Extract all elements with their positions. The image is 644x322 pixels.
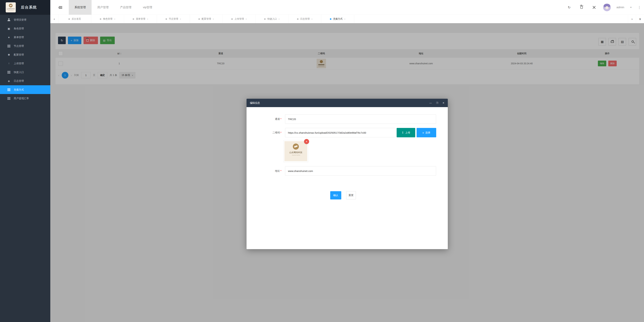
required-asterisk: * — [280, 118, 282, 120]
tab-close-icon[interactable]: × — [278, 18, 280, 20]
tab-close-icon[interactable]: × — [311, 18, 312, 20]
upload-button-label: 上传 — [405, 131, 410, 134]
sidebar-item-menu-mgmt[interactable]: ♠ 菜单管理 — [0, 33, 50, 42]
dialog-header[interactable]: 编辑信息 — ❐ ✕ — [246, 99, 448, 107]
more-menu-icon[interactable]: ⋮ — [638, 5, 641, 10]
sidebar-item-config-mgmt[interactable]: ✱ 配置管理 — [0, 50, 50, 59]
list-icon — [7, 45, 11, 48]
tab-dot-icon — [231, 18, 233, 20]
sidebar-item-log-mgmt[interactable]: ◈ 日志管理 — [0, 77, 50, 85]
tree-icon: ♠ — [7, 36, 11, 39]
sidebar-item-upload-mgmt[interactable]: ↑ 上传管理 — [0, 59, 50, 68]
tab-label: 菜单管理 — [136, 18, 145, 21]
tab-close-icon[interactable]: × — [246, 18, 247, 20]
topnav-vip-mgmt[interactable]: vip管理 — [137, 0, 158, 15]
tab-close-icon[interactable]: × — [180, 18, 181, 20]
remove-image-button[interactable]: ✕ — [304, 139, 309, 144]
tab-label: 充值方式 — [333, 18, 342, 21]
logo-en-text: · Shanshui NetTech — [6, 10, 16, 11]
tab-close-icon[interactable]: × — [344, 18, 346, 20]
tab-label: 配置管理 — [202, 18, 211, 21]
tab-dot-icon — [264, 18, 266, 20]
sidebar-item-label: 快捷入口 — [14, 71, 24, 74]
upload-button[interactable]: ↥上传 — [397, 128, 415, 137]
address-input[interactable] — [285, 166, 436, 176]
tab-label: 角色管理 — [103, 18, 112, 21]
thumb-en-text: · Shanshui NetTech — [284, 155, 307, 156]
username[interactable]: admin — [616, 6, 624, 9]
refresh-button[interactable]: ↻ — [566, 4, 572, 11]
sidebar-item-label: 管理员管理 — [14, 18, 26, 22]
topnav-system-mgmt[interactable]: 系统管理 — [69, 0, 92, 15]
tabbar-right-controls: › ∨ — [628, 15, 644, 23]
channel-input[interactable] — [285, 114, 436, 124]
tab-dot-icon — [133, 18, 134, 20]
sidebar-item-node-mgmt[interactable]: 节点管理 — [0, 42, 50, 50]
address-field-label: 地址* — [248, 169, 282, 173]
tabs-dropdown-button[interactable]: ∨ — [636, 15, 644, 23]
tabs-scroll-right-button[interactable]: › — [628, 15, 636, 23]
tab-label: 上传管理 — [234, 18, 244, 21]
app-logo: 山水网络科技 · Shanshui NetTech — [6, 2, 16, 13]
chevron-down-icon[interactable]: ▼ — [630, 6, 632, 9]
sidebar-item-role-mgmt[interactable]: ▣ 角色管理 — [0, 24, 50, 33]
thumb-cn-text: 山水网络科技 — [284, 151, 307, 154]
tabs-scroll-left-button[interactable]: ‹ — [50, 15, 58, 23]
user-icon — [7, 18, 11, 21]
tab-menu-mgmt[interactable]: 菜单管理 × — [124, 15, 157, 23]
sidebar-item-withdraw-rate[interactable]: 用户提现汇率 — [0, 94, 50, 103]
menu-fold-button[interactable] — [57, 0, 64, 15]
sidebar-item-label: 角色管理 — [14, 27, 24, 30]
sidebar-item-label: 上传管理 — [14, 62, 24, 65]
refresh-icon: ↻ — [568, 5, 570, 10]
tab-close-icon[interactable]: × — [114, 18, 116, 20]
list-icon: ≡ — [422, 131, 424, 134]
tab-recharge-method[interactable]: 充值方式 × — [321, 15, 354, 23]
app-title: 后台系统 — [21, 5, 37, 10]
tab-log-mgmt[interactable]: 日志管理 × — [288, 15, 321, 23]
user-avatar[interactable] — [603, 4, 611, 11]
tab-dot-icon — [198, 18, 200, 20]
confirm-button[interactable]: 确认 — [330, 191, 341, 199]
clear-cache-button[interactable] — [578, 4, 585, 11]
logo-cn-text: 山水网络科技 — [6, 8, 16, 10]
topnav-user-mgmt[interactable]: 用户管理 — [92, 0, 114, 15]
sidebar-item-admin-mgmt[interactable]: 管理员管理 — [0, 16, 50, 24]
logo-seal-icon — [9, 4, 12, 8]
qrcode-preview-image[interactable]: 山水网络科技 · Shanshui NetTech — [284, 141, 307, 161]
tab-dot-icon — [100, 18, 101, 20]
header-right: ↻ admin ▼ ⋮ — [566, 0, 641, 15]
tab-close-icon[interactable]: × — [147, 18, 148, 20]
topnav-product-mgmt[interactable]: 产品管理 — [114, 0, 137, 15]
close-icon[interactable]: ✕ — [442, 102, 444, 104]
tab-quick-entry[interactable]: 快捷入口 × — [256, 15, 288, 23]
qrcode-field-label: 二维码* — [248, 131, 282, 134]
maximize-icon[interactable]: ❐ — [436, 102, 438, 104]
tab-config-mgmt[interactable]: 配置管理 × — [190, 15, 223, 23]
page-tabbar: ‹ 后台首页 角色管理 × 菜单管理 × 节点管理 × 配置管理 × 上传管理 … — [50, 15, 644, 23]
tab-upload-mgmt[interactable]: 上传管理 × — [223, 15, 256, 23]
minimize-icon[interactable]: — — [430, 102, 432, 104]
sidebar-item-label: 日志管理 — [14, 79, 24, 83]
sidebar-item-quick-entry[interactable]: 快捷入口 — [0, 68, 50, 77]
arrow-up-icon: ↑ — [7, 62, 11, 65]
top-header: 系统管理 用户管理 产品管理 vip管理 ↻ admin ▼ ⋮ — [50, 0, 644, 15]
sidebar-item-label: 菜单管理 — [14, 36, 24, 39]
tab-dot-icon — [166, 18, 167, 20]
tab-role-mgmt[interactable]: 角色管理 × — [91, 15, 124, 23]
id-card-icon: ▣ — [7, 27, 11, 30]
fullscreen-button[interactable] — [591, 4, 598, 11]
required-asterisk: * — [280, 131, 282, 134]
tab-node-mgmt[interactable]: 节点管理 × — [157, 15, 190, 23]
tab-label: 快捷入口 — [267, 18, 277, 21]
sidebar-item-recharge-method[interactable]: 充值方式 — [0, 85, 50, 94]
tab-label: 日志管理 — [300, 18, 310, 21]
tab-home[interactable]: 后台首页 — [58, 15, 91, 23]
tab-close-icon[interactable]: × — [213, 18, 214, 20]
choose-button[interactable]: ≡选择 — [416, 128, 436, 137]
qrcode-url-input[interactable] — [285, 128, 396, 137]
list-icon — [7, 97, 11, 100]
choose-button-label: 选择 — [425, 131, 430, 134]
gem-icon: ◈ — [7, 79, 11, 82]
reset-button[interactable]: 重置 — [346, 191, 356, 199]
